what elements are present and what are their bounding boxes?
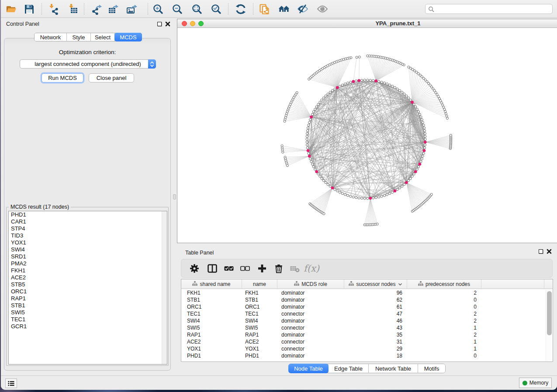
table-row-ACE2[interactable]: ACE2 ACE2 connector 31 1 <box>181 338 546 345</box>
network-ring-nodes <box>281 55 452 226</box>
mcds-node-GCR1 <box>315 170 318 173</box>
zoom-fit-icon[interactable] <box>190 2 204 17</box>
import-table-icon[interactable] <box>66 2 81 17</box>
mcds-result-node[interactable]: SRD1 <box>9 253 167 260</box>
table-row-ORC1[interactable]: ORC1 ORC1 dominator 61 0 <box>181 303 546 310</box>
column-header-MCDS-role[interactable]: MCDS role <box>277 279 344 289</box>
mcds-result-node[interactable]: CAR1 <box>9 218 167 225</box>
control-panel-tabs: NetworkStyleSelectMCDS <box>34 33 142 41</box>
column-header-successor-nodes[interactable]: successor nodes <box>344 279 407 289</box>
mcds-result-node[interactable]: TEC1 <box>9 316 167 323</box>
mcds-result-node[interactable]: STB1 <box>9 302 167 309</box>
table-row-FKH1[interactable]: FKH1 FKH1 dominator 96 2 <box>181 289 546 296</box>
mcds-result-node[interactable]: STB5 <box>9 281 167 288</box>
control-panel-title: Control Panel <box>6 21 39 27</box>
mcds-result-node[interactable]: ORC1 <box>9 288 167 295</box>
table-row-YOX1[interactable]: YOX1 YOX1 connector 29 1 <box>181 345 546 352</box>
mcds-result-node[interactable]: FKH1 <box>9 267 167 274</box>
mcds-result-node[interactable]: PHD1 <box>9 211 167 218</box>
zoom-out-icon[interactable] <box>170 2 185 17</box>
mcds-node-SWI4 <box>310 116 312 118</box>
mcds-result-node[interactable]: SWI4 <box>9 246 167 253</box>
table-row-STB1[interactable]: STB1 STB1 dominator 62 0 <box>181 296 546 303</box>
mcds-node-FKH1 <box>411 101 414 103</box>
table-row-PHD1[interactable]: PHD1 PHD1 dominator 18 0 <box>181 352 546 359</box>
show-all-icon[interactable] <box>315 2 330 17</box>
mcds-node-SRD1 <box>419 163 421 165</box>
export-table-icon[interactable] <box>106 2 121 17</box>
open-file-icon[interactable] <box>4 2 19 17</box>
gear-icon[interactable] <box>188 262 201 275</box>
dropdown-stepper-icon[interactable] <box>148 59 156 69</box>
tab-node-table[interactable]: Node Table <box>288 364 329 373</box>
table-scrollbar-thumb[interactable] <box>547 291 552 335</box>
mcds-result-node[interactable]: GCR1 <box>9 323 167 330</box>
tab-mcds[interactable]: MCDS <box>114 33 142 41</box>
tab-edge-table[interactable]: Edge Table <box>329 364 369 373</box>
control-panel-buttons <box>157 21 170 27</box>
zoom-selected-icon[interactable] <box>209 2 224 17</box>
mcds-result-node[interactable]: ACE2 <box>9 274 167 281</box>
column-header-name[interactable]: name <box>242 279 277 289</box>
result-list-scrollbar[interactable] <box>162 211 167 364</box>
table-row-SWI4[interactable]: SWI4 SWI4 dominator 46 2 <box>181 317 546 324</box>
main-toolbar <box>1 0 557 18</box>
mcds-result-node[interactable]: RAP1 <box>9 295 167 302</box>
table-scrollbar[interactable] <box>546 289 553 361</box>
hide-selected-icon[interactable] <box>295 2 310 17</box>
tab-select[interactable]: Select <box>91 33 115 41</box>
close-table-panel-icon[interactable] <box>547 249 552 254</box>
vertical-splitter-handle[interactable] <box>173 194 176 199</box>
tab-motifs[interactable]: Motifs <box>418 364 445 373</box>
table-panel-tabs: Node TableEdge TableNetwork TableMotifs <box>288 364 446 373</box>
toolbar-separator <box>84 3 84 15</box>
network-graph[interactable] <box>177 28 557 243</box>
columns-icon[interactable] <box>206 262 219 275</box>
search-input[interactable] <box>436 5 552 13</box>
mcds-result-node[interactable]: PMA2 <box>9 260 167 267</box>
tab-network[interactable]: Network <box>35 33 67 41</box>
add-icon[interactable] <box>256 262 269 275</box>
zoom-in-icon[interactable] <box>151 2 166 17</box>
tab-network-table[interactable]: Network Table <box>369 364 418 373</box>
task-list-icon <box>8 381 14 386</box>
export-image-icon[interactable] <box>125 2 139 17</box>
criterion-dropdown[interactable]: largest connected component (undirected) <box>20 59 156 69</box>
column-header-shared-name[interactable]: shared name <box>181 279 242 289</box>
mcds-node-PMA2 <box>414 170 417 173</box>
delete-icon[interactable] <box>272 262 285 275</box>
select-all-icon[interactable] <box>222 262 235 275</box>
deselect-all-icon[interactable] <box>239 262 252 275</box>
table-row-SWI5[interactable]: SWI5 SWI5 connector 43 1 <box>181 324 546 331</box>
function-icon: f(x) <box>305 262 318 275</box>
save-session-icon[interactable] <box>22 2 37 17</box>
table-panel-title: Table Panel <box>185 250 214 256</box>
export-network-icon[interactable] <box>90 2 104 17</box>
table-row-RAP1[interactable]: RAP1 RAP1 dominator 35 2 <box>181 331 546 338</box>
refresh-icon[interactable] <box>233 2 248 17</box>
show-home-icon[interactable] <box>277 2 291 17</box>
float-table-panel-icon[interactable] <box>539 249 543 254</box>
network-window-titlebar[interactable]: YPA_prune.txt_1 <box>177 19 557 28</box>
float-panel-icon[interactable] <box>157 22 162 26</box>
clone-network-icon[interactable] <box>257 2 272 17</box>
table-row-TEC1[interactable]: TEC1 TEC1 connector 47 2 <box>181 310 546 317</box>
mcds-result-node[interactable]: SWI5 <box>9 309 167 316</box>
mcds-result-legend: MCDS result (17 nodes) <box>9 204 71 210</box>
run-mcds-button[interactable]: Run MCDS <box>42 73 83 83</box>
memory-label: Memory <box>529 380 548 386</box>
close-panel-button[interactable]: Close panel <box>89 73 134 83</box>
mcds-result-node[interactable]: TID3 <box>9 232 167 239</box>
mcds-result-node[interactable]: YOX1 <box>9 239 167 246</box>
table-panel-buttons <box>539 249 552 254</box>
close-panel-icon[interactable] <box>165 21 170 27</box>
memory-button[interactable]: Memory <box>519 378 552 388</box>
column-header-predecessor-nodes[interactable]: predecessor nodes <box>407 279 481 289</box>
tab-style[interactable]: Style <box>67 33 91 41</box>
search-box[interactable] <box>425 4 553 14</box>
mcds-result-list[interactable]: PHD1CAR1STP4TID3YOX1SWI4SRD1PMA2FKH1ACE2… <box>8 211 167 364</box>
import-network-icon[interactable] <box>46 2 61 17</box>
mcds-result-node[interactable]: STP4 <box>9 225 167 232</box>
mcds-node-TEC1 <box>405 181 408 184</box>
task-history-button[interactable] <box>5 378 17 388</box>
